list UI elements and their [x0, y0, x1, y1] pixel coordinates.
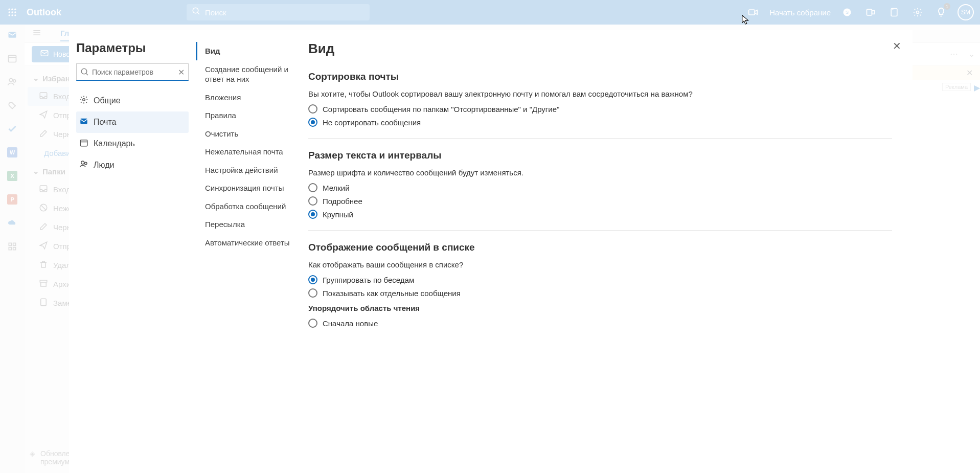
- settings-search-input[interactable]: [76, 63, 189, 81]
- settings-category-pane: Параметры ✕ Общие Почта Календарь Люди: [69, 30, 196, 473]
- sub-rules[interactable]: Правила: [196, 106, 303, 125]
- settings-search[interactable]: ✕: [76, 63, 189, 81]
- settings-dialog: ✕ Параметры ✕ Общие Почта Календарь: [69, 30, 913, 473]
- section-display-heading: Отображение сообщений в списке: [308, 242, 892, 253]
- section-text-heading: Размер текста и интервалы: [308, 150, 892, 161]
- radio-icon: [308, 196, 317, 206]
- sub-forwarding[interactable]: Пересылка: [196, 215, 303, 234]
- radio-sort-focused[interactable]: Сортировать сообщения по папкам "Отсорти…: [308, 104, 892, 114]
- divider: [308, 230, 892, 231]
- radio-sort-none[interactable]: Не сортировать сообщения: [308, 118, 892, 127]
- sub-compose[interactable]: Создание сообщений и ответ на них: [196, 60, 303, 88]
- svg-rect-64: [80, 140, 87, 146]
- sub-attachments[interactable]: Вложения: [196, 88, 303, 107]
- radio-text-small[interactable]: Мелкий: [308, 183, 892, 192]
- sub-actions[interactable]: Настройка действий: [196, 161, 303, 179]
- svg-point-66: [81, 161, 84, 164]
- section-sort-heading: Сортировка почты: [308, 71, 892, 82]
- sub-view[interactable]: Вид: [196, 42, 303, 60]
- radio-icon: [308, 118, 317, 127]
- svg-point-62: [83, 99, 85, 101]
- section-display-lead: Как отображать ваши сообщения в списке?: [308, 260, 892, 269]
- settings-subsection-pane: Вид Создание сообщений и ответ на них Вл…: [196, 30, 303, 473]
- search-icon: [80, 67, 89, 79]
- mail-icon: [79, 117, 88, 128]
- people-icon: [79, 160, 88, 171]
- svg-line-61: [86, 73, 88, 75]
- settings-title: Параметры: [76, 41, 189, 55]
- category-mail[interactable]: Почта: [76, 111, 189, 133]
- category-calendar[interactable]: Календарь: [76, 133, 189, 154]
- sub-autoreplies[interactable]: Автоматические ответы: [196, 234, 303, 252]
- section-text-lead: Размер шрифта и количество сообщений буд…: [308, 168, 892, 177]
- radio-individual-messages[interactable]: Показывать как отдельные сообщения: [308, 288, 892, 298]
- radio-icon: [308, 288, 317, 298]
- divider: [308, 138, 892, 139]
- sub-sweep[interactable]: Очистить: [196, 125, 303, 143]
- dialog-close-icon[interactable]: ✕: [893, 40, 901, 52]
- settings-overlay: ✕ Параметры ✕ Общие Почта Календарь: [0, 0, 980, 473]
- section-order-lead: Упорядочить область чтения: [308, 304, 892, 312]
- calendar-icon: [79, 138, 88, 149]
- radio-text-medium[interactable]: Подробнее: [308, 196, 892, 206]
- radio-icon: [308, 104, 317, 114]
- settings-content-pane: Вид Сортировка почты Вы хотите, чтобы Ou…: [303, 30, 913, 473]
- radio-icon: [308, 210, 317, 219]
- radio-icon: [308, 319, 317, 328]
- radio-newest-first[interactable]: Сначала новые: [308, 319, 892, 328]
- sub-handling[interactable]: Обработка сообщений: [196, 197, 303, 216]
- radio-icon: [308, 183, 317, 192]
- sub-sync[interactable]: Синхронизация почты: [196, 179, 303, 197]
- category-general[interactable]: Общие: [76, 90, 189, 111]
- radio-text-large[interactable]: Крупный: [308, 210, 892, 219]
- category-people[interactable]: Люди: [76, 154, 189, 176]
- page-heading: Вид: [308, 41, 892, 57]
- clear-search-icon[interactable]: ✕: [178, 67, 185, 77]
- radio-icon: [308, 275, 317, 284]
- sub-junk[interactable]: Нежелательная почта: [196, 143, 303, 161]
- svg-point-67: [85, 162, 87, 165]
- gear-icon: [79, 95, 88, 106]
- radio-group-conversations[interactable]: Группировать по беседам: [308, 275, 892, 284]
- svg-point-60: [81, 69, 87, 74]
- section-sort-lead: Вы хотите, чтобы Outlook сортировал вашу…: [308, 89, 892, 98]
